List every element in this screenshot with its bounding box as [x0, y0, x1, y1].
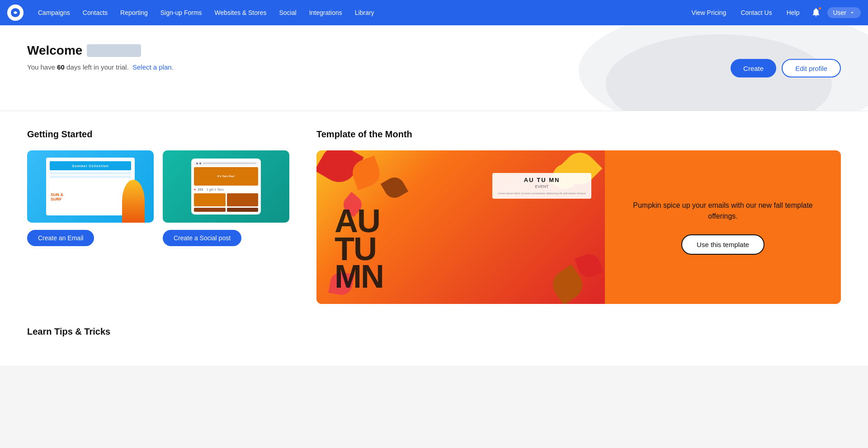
social-taco-text: It's Taco Day!	[217, 175, 235, 177]
social-grid-2	[227, 193, 259, 206]
create-email-button[interactable]: Create an Email	[27, 230, 94, 246]
welcome-text: Welcome	[27, 43, 82, 58]
surf-text: SUN &SURF	[51, 193, 63, 202]
trial-info: You have 60 days left in your trial. Sel…	[27, 63, 841, 71]
email-card: Summer Collection SUN &SURF	[27, 150, 154, 246]
edit-profile-button[interactable]: Edit profile	[782, 59, 841, 77]
svg-point-1	[14, 11, 17, 14]
email-preview-header: Summer Collection	[50, 161, 131, 170]
navbar: Campaigns Contacts Reporting Sign-up For…	[0, 0, 868, 25]
hero-actions: Create Edit profile	[731, 59, 841, 77]
trial-days: 60	[57, 63, 65, 71]
main-content: Getting Started Summer Collection	[0, 111, 868, 366]
navbar-right-items: View Pricing Contact Us Help User	[686, 5, 861, 21]
nav-signup-forms[interactable]: Sign-up Forms	[155, 6, 208, 19]
autumn-background: AUTUMN AU TU MN EVENT Lorem ipsum dolor …	[316, 150, 605, 304]
template-image: AUTUMN AU TU MN EVENT Lorem ipsum dolor …	[316, 150, 605, 304]
email-line-2	[50, 176, 131, 178]
hero-section: Welcome You have 60 days left in your tr…	[0, 25, 868, 111]
autumn-event-title: AU TU MN	[498, 177, 586, 183]
social-phone-preview: It's Taco Day! ♥ 233 1 get 1 Taco	[191, 159, 261, 215]
nav-library[interactable]: Library	[349, 6, 380, 19]
social-food-image: It's Taco Day!	[194, 167, 258, 186]
heart-icon: ♥	[194, 188, 196, 191]
nav-contact-us[interactable]: Contact Us	[735, 6, 777, 19]
email-card-image: Summer Collection SUN &SURF	[27, 150, 154, 223]
sections-row: Getting Started Summer Collection	[27, 129, 841, 304]
social-card-image: It's Taco Day! ♥ 233 1 get 1 Taco	[163, 150, 289, 223]
social-dot1	[196, 163, 198, 164]
getting-started-title: Getting Started	[27, 129, 289, 140]
create-social-button[interactable]: Create a Social post	[163, 230, 241, 246]
learn-tips-section: Learn Tips & Tricks	[27, 327, 841, 337]
email-inner-preview: Summer Collection SUN &SURF	[46, 158, 135, 215]
social-top-bar	[194, 161, 258, 166]
social-grid	[194, 193, 258, 212]
username-blurred	[87, 44, 141, 57]
autumn-text: AUTUMN	[335, 207, 383, 290]
select-plan-link[interactable]: Select a plan.	[132, 63, 174, 71]
leaf-6	[381, 174, 408, 201]
user-name-label: User	[833, 9, 846, 16]
person-shape	[122, 180, 145, 223]
hero-content: Welcome You have 60 days left in your tr…	[27, 43, 841, 71]
social-grid-3	[194, 208, 226, 212]
social-grid-4	[227, 208, 259, 212]
learn-tips-title: Learn Tips & Tricks	[27, 327, 841, 337]
social-preview: It's Taco Day! ♥ 233 1 get 1 Taco	[163, 150, 289, 223]
nav-social[interactable]: Social	[274, 6, 302, 19]
user-menu-button[interactable]: User	[827, 7, 861, 18]
use-template-button[interactable]: Use this template	[681, 234, 764, 255]
navbar-left-items: Campaigns Contacts Reporting Sign-up For…	[33, 6, 686, 19]
email-line-1	[50, 172, 131, 174]
notification-button[interactable]	[808, 5, 824, 21]
nav-view-pricing[interactable]: View Pricing	[686, 6, 732, 19]
gs-cards: Summer Collection SUN &SURF	[27, 150, 289, 246]
like-count: 233	[198, 188, 203, 191]
getting-started-section: Getting Started Summer Collection	[27, 129, 289, 246]
template-month-section: Template of the Month	[316, 129, 841, 304]
email-preview-header-text: Summer Collection	[72, 164, 109, 168]
autumn-event-detail: Lorem ipsum dolor sit amet consectetur a…	[498, 191, 586, 195]
app-logo[interactable]	[7, 5, 24, 21]
email-person	[122, 180, 145, 223]
social-dot2	[199, 163, 201, 164]
create-button[interactable]: Create	[731, 59, 776, 77]
welcome-heading: Welcome	[27, 43, 841, 58]
template-month-title: Template of the Month	[316, 129, 841, 140]
nav-integrations[interactable]: Integrations	[304, 6, 348, 19]
notification-dot	[818, 6, 822, 10]
taco-promo: 1 get 1 Taco	[207, 188, 224, 191]
email-preview: Summer Collection SUN &SURF	[27, 150, 154, 223]
nav-reporting[interactable]: Reporting	[115, 6, 153, 19]
nav-campaigns[interactable]: Campaigns	[33, 6, 75, 19]
template-description: Pumpkin spice up your emails with our ne…	[618, 200, 827, 222]
nav-contacts[interactable]: Contacts	[77, 6, 113, 19]
social-grid-1	[194, 193, 226, 206]
social-bar-line	[203, 163, 256, 164]
autumn-event-sub: EVENT	[498, 184, 586, 189]
nav-help[interactable]: Help	[781, 6, 805, 19]
social-card: It's Taco Day! ♥ 233 1 get 1 Taco	[163, 150, 289, 246]
template-info: Pumpkin spice up your emails with our ne…	[605, 150, 841, 304]
template-card: AUTUMN AU TU MN EVENT Lorem ipsum dolor …	[316, 150, 841, 304]
social-stats: ♥ 233 1 get 1 Taco	[194, 187, 258, 192]
nav-websites-stores[interactable]: Websites & Stores	[209, 6, 272, 19]
autumn-event-box: AU TU MN EVENT Lorem ipsum dolor sit ame…	[492, 173, 591, 199]
